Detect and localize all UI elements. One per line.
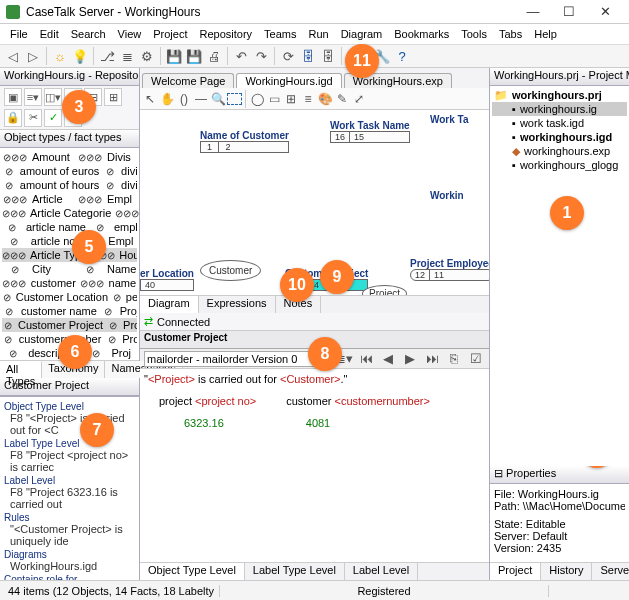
grp-label-type[interactable]: Label Type Level: [4, 438, 135, 449]
tab-project[interactable]: Project: [490, 563, 541, 580]
diagram-canvas[interactable]: 9 Name of Customer12 Work Task Name1615 …: [140, 110, 489, 295]
menu-bookmarks[interactable]: Bookmarks: [388, 28, 455, 40]
repo-item[interactable]: ⊘⊘⊘Article Categorie⊘⊘⊘Empl: [2, 206, 137, 220]
print-icon[interactable]: 🖨: [205, 47, 223, 65]
tab-all-types[interactable]: All Types: [0, 361, 42, 378]
edit-icon[interactable]: ✎: [334, 91, 350, 107]
tab-label-type-level[interactable]: Label Type Level: [245, 563, 345, 580]
minimize-button[interactable]: —: [515, 4, 551, 19]
repo-item[interactable]: ⊘⊘⊘Amount⊘⊘⊘Divis: [2, 150, 137, 164]
repo-item[interactable]: ⊘amount of euros⊘divis: [2, 164, 137, 178]
repo-item[interactable]: ⊘Customer Project⊘Proj: [2, 318, 137, 332]
toggle-icon[interactable]: ☑: [467, 350, 485, 368]
tab-expressions[interactable]: Expressions: [199, 296, 276, 313]
cut-icon[interactable]: ✂: [24, 109, 42, 127]
menu-project[interactable]: Project: [147, 28, 193, 40]
connect-icon[interactable]: ⇄: [144, 315, 153, 328]
line-f8-1[interactable]: F8 "<Project> is carried out for <C: [4, 412, 135, 436]
close-button[interactable]: ✕: [587, 4, 623, 19]
repo-item[interactable]: ⊘article name⊘empl: [2, 220, 137, 234]
clone-icon[interactable]: ⎘: [445, 350, 463, 368]
sun-icon[interactable]: ☼: [51, 47, 69, 65]
pm-item[interactable]: ▪workinghours.ig: [492, 102, 627, 116]
pm-item[interactable]: ▪workinghours.igd: [492, 130, 627, 144]
pm-tree[interactable]: 📁workinghours.prj ▪workinghours.ig▪work …: [490, 86, 629, 466]
tab-diagram[interactable]: Diagram: [140, 296, 199, 313]
expr-body[interactable]: "<Project> is carried out for <Customer>…: [140, 369, 489, 562]
pm-item[interactable]: ◆workinghours.exp: [492, 144, 627, 158]
back-icon[interactable]: ◁: [4, 47, 22, 65]
cell[interactable]: 11: [430, 270, 448, 280]
bulb-icon[interactable]: 💡: [71, 47, 89, 65]
first-icon[interactable]: ⏮: [357, 350, 375, 368]
col1-ph[interactable]: <project no>: [195, 395, 256, 407]
repo-item[interactable]: ⊘Customer Location⊘perso: [2, 290, 137, 304]
tree-icon[interactable]: ⎇: [98, 47, 116, 65]
menu-run[interactable]: Run: [302, 28, 334, 40]
val1[interactable]: 6323.16: [184, 417, 224, 429]
grp-rules[interactable]: Rules: [4, 512, 135, 523]
node-cust-loc[interactable]: er Location: [140, 268, 194, 279]
node-workta[interactable]: Work Ta: [430, 114, 469, 125]
menu-search[interactable]: Search: [65, 28, 112, 40]
pointer-icon[interactable]: ↖: [142, 91, 158, 107]
grp-diagrams[interactable]: Diagrams: [4, 549, 135, 560]
menu-diagram[interactable]: Diagram: [335, 28, 389, 40]
fit-icon[interactable]: ⤢: [351, 91, 367, 107]
col2-ph[interactable]: <customernumber>: [335, 395, 430, 407]
menu-help[interactable]: Help: [528, 28, 563, 40]
node-icon[interactable]: ◯: [249, 91, 265, 107]
undo-icon[interactable]: ↶: [232, 47, 250, 65]
version-combo[interactable]: mailorder - mailorder Version 0: [144, 351, 331, 367]
menu-repository[interactable]: Repository: [193, 28, 258, 40]
expand-icon[interactable]: ⊞: [104, 88, 122, 106]
menu-view[interactable]: View: [112, 28, 148, 40]
db2-icon[interactable]: 🗄: [319, 47, 337, 65]
node-name-customer[interactable]: Name of Customer: [200, 130, 289, 141]
save-icon[interactable]: 💾: [165, 47, 183, 65]
hand-icon[interactable]: ✋: [159, 91, 175, 107]
collapse-icon[interactable]: ⊟: [494, 467, 503, 479]
list-icon[interactable]: ≣: [118, 47, 136, 65]
pm-item[interactable]: ▪work task.igd: [492, 116, 627, 130]
repo-item[interactable]: ⊘article no⊘Empl: [2, 234, 137, 248]
saveall-icon[interactable]: 💾: [185, 47, 203, 65]
node-customer-oval[interactable]: Customer: [200, 260, 261, 281]
repo-tree[interactable]: 5 ⊘⊘⊘Amount⊘⊘⊘Divis⊘amount of euros⊘divi…: [0, 148, 139, 360]
props-title[interactable]: ⊟ Properties 2: [490, 466, 629, 484]
align-icon[interactable]: ⊞: [283, 91, 299, 107]
node-workin[interactable]: Workin: [430, 190, 464, 201]
cell[interactable]: 40: [141, 280, 159, 290]
tab-obj-level[interactable]: Object Type Level: [140, 563, 245, 580]
node-proj-emp[interactable]: Project Employee: [410, 258, 489, 269]
tab-welcome[interactable]: Welcome Page: [142, 73, 234, 88]
menu-tabs[interactable]: Tabs: [493, 28, 528, 40]
tab-label-level[interactable]: Label Level: [345, 563, 418, 580]
repo-item[interactable]: ⊘amount of hours⊘divis: [2, 178, 137, 192]
repo-item[interactable]: ⊘City⊘Name: [2, 262, 137, 276]
line-f8-2[interactable]: F8 "Project <project no> is carriec: [4, 449, 135, 473]
next-icon[interactable]: ▶: [401, 350, 419, 368]
help-icon[interactable]: ?: [393, 47, 411, 65]
cell[interactable]: 1: [201, 142, 219, 152]
cell[interactable]: 15: [350, 132, 368, 142]
menu-tools[interactable]: Tools: [455, 28, 493, 40]
tab-history[interactable]: History: [541, 563, 592, 580]
val2[interactable]: 4081: [306, 417, 330, 429]
tab-server[interactable]: Server: [592, 563, 629, 580]
tab-igd[interactable]: WorkingHours.igd: [236, 73, 341, 88]
zoom-icon[interactable]: 🔍: [210, 91, 226, 107]
ph-project[interactable]: <Project>: [148, 373, 195, 385]
pm-root[interactable]: workinghours.prj: [512, 89, 602, 101]
grp-object-type[interactable]: Object Type Level: [4, 401, 135, 412]
grp-contains[interactable]: Contains role for: [4, 574, 135, 580]
repo-item[interactable]: ⊘⊘⊘customer⊘⊘⊘name: [2, 276, 137, 290]
redo-icon[interactable]: ↷: [252, 47, 270, 65]
line-rules[interactable]: "<Customer Project> is uniquely ide: [4, 523, 135, 547]
repo-item[interactable]: ⊘⊘⊘Article Type⊘⊘⊘Hour: [2, 248, 137, 262]
select-rect-icon[interactable]: [227, 93, 242, 105]
grp-label-level[interactable]: Label Level: [4, 475, 135, 486]
last-icon[interactable]: ⏭: [423, 350, 441, 368]
menu-file[interactable]: File: [4, 28, 34, 40]
check-icon[interactable]: ✓: [44, 109, 62, 127]
